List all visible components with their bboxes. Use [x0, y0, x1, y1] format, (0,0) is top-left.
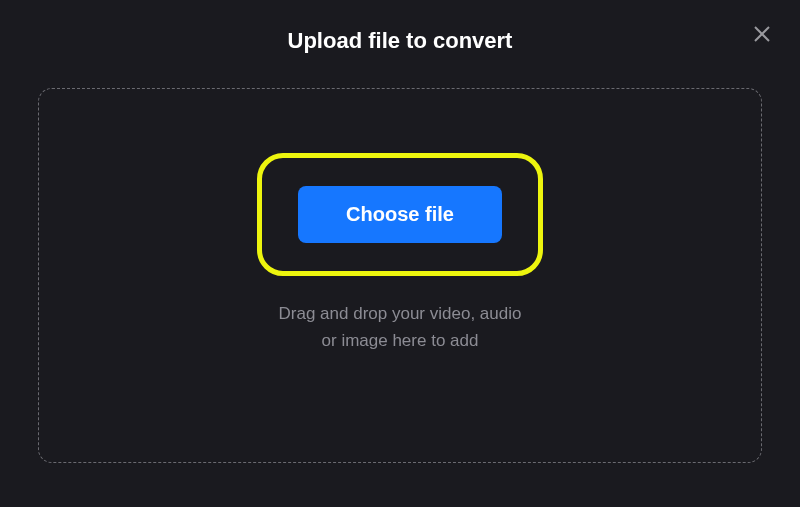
modal-header: Upload file to convert: [0, 0, 800, 54]
dropzone-hint-line2: or image here to add: [279, 327, 522, 354]
modal-title: Upload file to convert: [0, 28, 800, 54]
highlight-ring: Choose file: [257, 153, 543, 276]
dropzone-hint: Drag and drop your video, audio or image…: [279, 300, 522, 354]
close-icon: [753, 25, 771, 43]
close-button[interactable]: [750, 22, 774, 46]
file-dropzone[interactable]: Choose file Drag and drop your video, au…: [38, 88, 762, 463]
choose-file-button[interactable]: Choose file: [298, 186, 502, 243]
dropzone-hint-line1: Drag and drop your video, audio: [279, 300, 522, 327]
